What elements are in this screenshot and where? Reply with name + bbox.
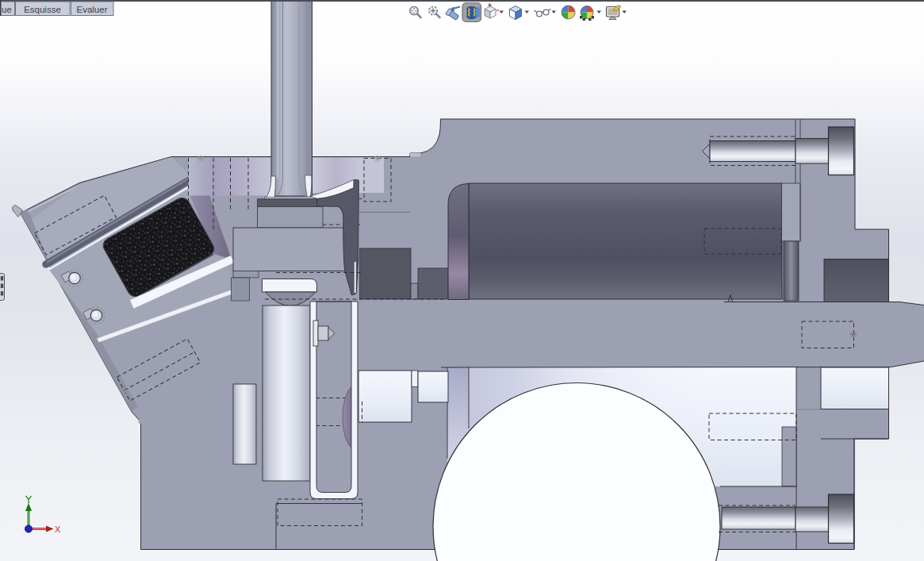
svg-text:X: X xyxy=(55,524,61,534)
svg-text:Esquisse: Esquisse xyxy=(24,5,61,14)
svg-text:ue: ue xyxy=(2,5,12,14)
svg-text:Evaluer: Evaluer xyxy=(77,5,108,14)
